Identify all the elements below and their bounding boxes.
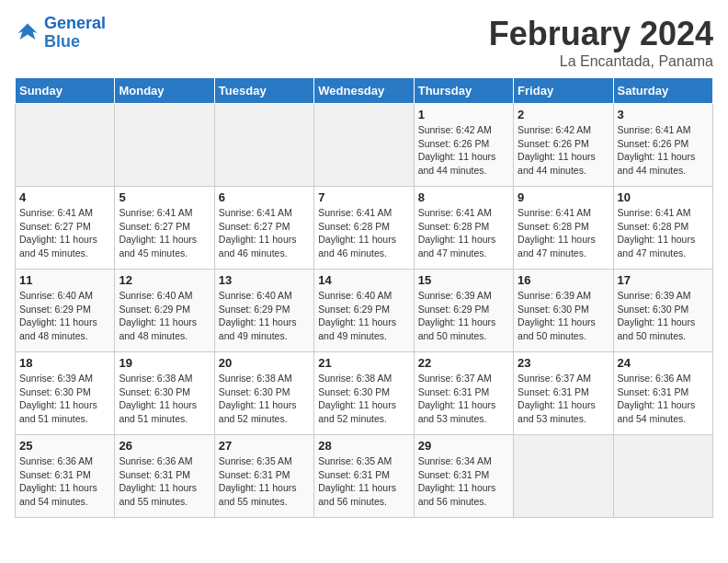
- day-number: 18: [19, 356, 110, 370]
- cell-2-1: 4Sunrise: 6:41 AM Sunset: 6:27 PM Daylig…: [16, 187, 115, 270]
- col-thursday: Thursday: [414, 78, 513, 104]
- day-number: 15: [418, 273, 509, 287]
- calendar-table: Sunday Monday Tuesday Wednesday Thursday…: [15, 77, 713, 518]
- cell-3-5: 15Sunrise: 6:39 AM Sunset: 6:29 PM Dayli…: [414, 270, 513, 352]
- cell-3-3: 13Sunrise: 6:40 AM Sunset: 6:29 PM Dayli…: [214, 270, 313, 352]
- cell-1-3: [214, 104, 313, 187]
- logo-icon: [15, 20, 40, 46]
- day-number: 16: [518, 273, 609, 287]
- day-number: 3: [618, 108, 709, 121]
- day-number: 2: [518, 108, 609, 121]
- logo-line2: Blue: [44, 32, 80, 51]
- day-info: Sunrise: 6:41 AM Sunset: 6:27 PM Dayligh…: [19, 206, 110, 260]
- cell-1-2: [115, 104, 214, 187]
- header-row: Sunday Monday Tuesday Wednesday Thursday…: [16, 78, 713, 104]
- logo: General Blue: [15, 15, 106, 52]
- day-info: Sunrise: 6:36 AM Sunset: 6:31 PM Dayligh…: [119, 454, 210, 509]
- day-number: 29: [418, 439, 509, 453]
- col-sunday: Sunday: [16, 78, 115, 104]
- day-number: 4: [19, 190, 110, 204]
- cell-3-1: 11Sunrise: 6:40 AM Sunset: 6:29 PM Dayli…: [16, 270, 115, 352]
- cell-2-7: 10Sunrise: 6:41 AM Sunset: 6:28 PM Dayli…: [613, 187, 712, 270]
- day-number: 6: [219, 190, 310, 204]
- day-number: 11: [19, 273, 110, 287]
- cell-4-6: 23Sunrise: 6:37 AM Sunset: 6:31 PM Dayli…: [514, 352, 613, 435]
- header: General Blue February 2024 La Encantada,…: [15, 15, 713, 70]
- logo-line1: General: [44, 14, 106, 32]
- day-number: 9: [518, 190, 609, 204]
- day-number: 8: [418, 190, 509, 204]
- day-number: 27: [219, 439, 310, 453]
- day-info: Sunrise: 6:37 AM Sunset: 6:31 PM Dayligh…: [518, 372, 609, 426]
- col-friday: Friday: [514, 78, 613, 104]
- day-number: 5: [119, 190, 210, 204]
- logo-text: General Blue: [44, 15, 106, 52]
- day-info: Sunrise: 6:39 AM Sunset: 6:30 PM Dayligh…: [19, 372, 110, 426]
- cell-2-3: 6Sunrise: 6:41 AM Sunset: 6:27 PM Daylig…: [214, 187, 313, 270]
- cell-1-6: 2Sunrise: 6:42 AM Sunset: 6:26 PM Daylig…: [514, 104, 613, 187]
- day-number: 12: [119, 273, 210, 287]
- week-row-3: 11Sunrise: 6:40 AM Sunset: 6:29 PM Dayli…: [16, 270, 713, 352]
- day-info: Sunrise: 6:41 AM Sunset: 6:27 PM Dayligh…: [119, 206, 210, 260]
- col-saturday: Saturday: [613, 78, 712, 104]
- day-info: Sunrise: 6:42 AM Sunset: 6:26 PM Dayligh…: [518, 123, 609, 178]
- day-number: 23: [518, 356, 609, 370]
- day-info: Sunrise: 6:34 AM Sunset: 6:31 PM Dayligh…: [418, 454, 509, 509]
- day-info: Sunrise: 6:38 AM Sunset: 6:30 PM Dayligh…: [119, 372, 210, 426]
- cell-4-4: 21Sunrise: 6:38 AM Sunset: 6:30 PM Dayli…: [314, 352, 414, 435]
- cell-4-5: 22Sunrise: 6:37 AM Sunset: 6:31 PM Dayli…: [414, 352, 513, 435]
- cell-5-6: [514, 435, 613, 518]
- day-number: 19: [119, 356, 210, 370]
- day-info: Sunrise: 6:42 AM Sunset: 6:26 PM Dayligh…: [418, 123, 509, 178]
- cell-5-1: 25Sunrise: 6:36 AM Sunset: 6:31 PM Dayli…: [16, 435, 115, 518]
- cell-2-5: 8Sunrise: 6:41 AM Sunset: 6:28 PM Daylig…: [414, 187, 513, 270]
- day-info: Sunrise: 6:35 AM Sunset: 6:31 PM Dayligh…: [318, 454, 409, 509]
- day-info: Sunrise: 6:41 AM Sunset: 6:28 PM Dayligh…: [518, 206, 609, 260]
- day-number: 1: [418, 108, 509, 121]
- title-section: February 2024 La Encantada, Panama: [489, 15, 713, 70]
- day-info: Sunrise: 6:41 AM Sunset: 6:26 PM Dayligh…: [618, 123, 709, 178]
- day-number: 13: [219, 273, 310, 287]
- day-info: Sunrise: 6:39 AM Sunset: 6:29 PM Dayligh…: [418, 289, 509, 343]
- week-row-1: 1Sunrise: 6:42 AM Sunset: 6:26 PM Daylig…: [16, 104, 713, 187]
- cell-4-1: 18Sunrise: 6:39 AM Sunset: 6:30 PM Dayli…: [16, 352, 115, 435]
- day-info: Sunrise: 6:40 AM Sunset: 6:29 PM Dayligh…: [119, 289, 210, 343]
- cell-5-4: 28Sunrise: 6:35 AM Sunset: 6:31 PM Dayli…: [314, 435, 414, 518]
- day-number: 25: [19, 439, 110, 453]
- day-number: 17: [618, 273, 709, 287]
- day-info: Sunrise: 6:37 AM Sunset: 6:31 PM Dayligh…: [418, 372, 509, 426]
- col-monday: Monday: [115, 78, 214, 104]
- cell-3-4: 14Sunrise: 6:40 AM Sunset: 6:29 PM Dayli…: [314, 270, 414, 352]
- cell-5-5: 29Sunrise: 6:34 AM Sunset: 6:31 PM Dayli…: [414, 435, 513, 518]
- week-row-5: 25Sunrise: 6:36 AM Sunset: 6:31 PM Dayli…: [16, 435, 713, 518]
- day-info: Sunrise: 6:38 AM Sunset: 6:30 PM Dayligh…: [219, 372, 310, 426]
- day-info: Sunrise: 6:36 AM Sunset: 6:31 PM Dayligh…: [618, 372, 709, 426]
- svg-marker-0: [18, 23, 38, 40]
- day-number: 26: [119, 439, 210, 453]
- day-info: Sunrise: 6:40 AM Sunset: 6:29 PM Dayligh…: [219, 289, 310, 343]
- day-number: 7: [318, 190, 409, 204]
- cell-3-7: 17Sunrise: 6:39 AM Sunset: 6:30 PM Dayli…: [613, 270, 712, 352]
- day-info: Sunrise: 6:36 AM Sunset: 6:31 PM Dayligh…: [19, 454, 110, 509]
- calendar-body: 1Sunrise: 6:42 AM Sunset: 6:26 PM Daylig…: [16, 104, 713, 518]
- day-number: 28: [318, 439, 409, 453]
- day-info: Sunrise: 6:41 AM Sunset: 6:27 PM Dayligh…: [219, 206, 310, 260]
- cell-4-2: 19Sunrise: 6:38 AM Sunset: 6:30 PM Dayli…: [115, 352, 214, 435]
- cell-5-2: 26Sunrise: 6:36 AM Sunset: 6:31 PM Dayli…: [115, 435, 214, 518]
- cell-2-2: 5Sunrise: 6:41 AM Sunset: 6:27 PM Daylig…: [115, 187, 214, 270]
- cell-2-6: 9Sunrise: 6:41 AM Sunset: 6:28 PM Daylig…: [514, 187, 613, 270]
- cell-5-7: [613, 435, 712, 518]
- day-number: 22: [418, 356, 509, 370]
- day-info: Sunrise: 6:41 AM Sunset: 6:28 PM Dayligh…: [618, 206, 709, 260]
- cell-1-4: [314, 104, 414, 187]
- calendar-title: February 2024: [489, 15, 713, 53]
- cell-4-3: 20Sunrise: 6:38 AM Sunset: 6:30 PM Dayli…: [214, 352, 313, 435]
- day-number: 21: [318, 356, 409, 370]
- cell-4-7: 24Sunrise: 6:36 AM Sunset: 6:31 PM Dayli…: [613, 352, 712, 435]
- week-row-2: 4Sunrise: 6:41 AM Sunset: 6:27 PM Daylig…: [16, 187, 713, 270]
- col-wednesday: Wednesday: [314, 78, 414, 104]
- day-number: 20: [219, 356, 310, 370]
- day-info: Sunrise: 6:35 AM Sunset: 6:31 PM Dayligh…: [219, 454, 310, 509]
- day-info: Sunrise: 6:39 AM Sunset: 6:30 PM Dayligh…: [518, 289, 609, 343]
- cell-2-4: 7Sunrise: 6:41 AM Sunset: 6:28 PM Daylig…: [314, 187, 414, 270]
